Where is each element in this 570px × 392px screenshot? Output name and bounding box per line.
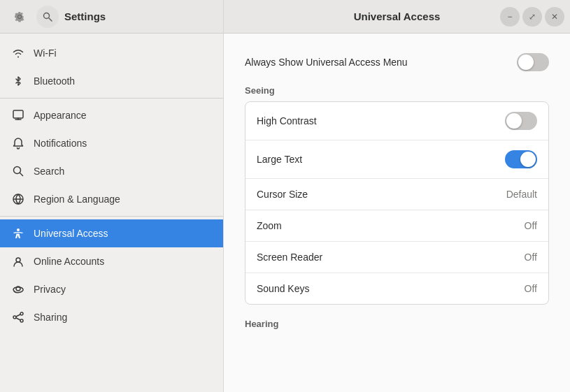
zoom-row[interactable]: Zoom Off [245,210,548,242]
close-button[interactable]: ✕ [545,7,564,27]
sound-keys-row[interactable]: Sound Keys Off [245,273,548,304]
high-contrast-toggle[interactable] [505,112,537,130]
sidebar: Settings Wi-Fi Bluetooth [0,0,224,392]
sidebar-item-appearance[interactable]: Appearance [0,101,223,129]
content-area: Universal Access − ⤢ ✕ Always Show Unive… [224,0,570,392]
sidebar-item-wifi[interactable]: Wi-Fi [0,39,223,67]
high-contrast-label: High Contrast [257,115,317,126]
universal-access-icon [11,226,25,240]
svg-point-0 [44,13,50,18]
sidebar-item-privacy[interactable]: Privacy [0,275,223,303]
sidebar-item-region[interactable]: Region & Language [0,185,223,213]
sidebar-item-appearance-label: Appearance [34,110,87,121]
sidebar-title: Settings [64,10,106,22]
appearance-icon [11,108,25,122]
sidebar-item-search-label: Search [34,166,64,177]
sidebar-item-sharing-label: Sharing [34,312,67,323]
gear-button[interactable] [8,6,31,28]
svg-line-13 [16,318,20,320]
svg-line-12 [16,314,20,317]
high-contrast-row: High Contrast [245,102,548,140]
window-controls: − ⤢ ✕ [500,7,564,27]
bluetooth-icon [11,74,25,88]
svg-line-1 [49,18,52,21]
notifications-icon [11,136,25,150]
sidebar-item-sharing[interactable]: Sharing [0,303,223,331]
sidebar-item-bluetooth-label: Bluetooth [34,75,75,87]
search-button[interactable] [36,6,59,28]
sidebar-item-notifications-label: Notifications [34,138,87,149]
large-text-toggle[interactable] [505,150,537,168]
svg-line-4 [20,173,23,176]
always-show-row: Always Show Universal Access Menu [245,48,549,82]
sidebar-item-online-accounts[interactable]: Online Accounts [0,247,223,275]
content-header: Universal Access − ⤢ ✕ [224,0,570,34]
sidebar-separator-1 [0,98,223,99]
sidebar-item-universal-access-label: Universal Access [34,228,108,239]
high-contrast-toggle-knob [506,113,522,129]
sound-keys-label: Sound Keys [257,283,310,294]
sidebar-item-universal-access[interactable]: Universal Access [0,219,223,247]
minimize-button[interactable]: − [500,7,520,27]
hearing-heading: Hearing [245,319,549,329]
sidebar-header: Settings [0,0,223,34]
svg-point-7 [16,258,20,262]
search-icon [11,164,25,178]
cursor-size-label: Cursor Size [257,189,308,200]
seeing-settings-group: High Contrast Large Text Cursor Size Def… [245,101,549,305]
cursor-size-value: Default [506,189,537,200]
large-text-toggle-knob [520,152,536,167]
sidebar-item-online-accounts-label: Online Accounts [34,256,104,267]
always-show-toggle[interactable] [517,53,549,71]
sidebar-separator-2 [0,216,223,217]
sidebar-item-bluetooth[interactable]: Bluetooth [0,67,223,95]
sidebar-item-region-label: Region & Language [34,194,120,205]
sound-keys-value: Off [525,283,537,294]
sharing-icon [11,310,25,324]
online-accounts-icon [11,254,25,268]
content-body: Always Show Universal Access Menu Seeing… [224,34,570,392]
screen-reader-label: Screen Reader [257,252,322,263]
cursor-size-row[interactable]: Cursor Size Default [245,179,548,210]
screen-reader-row[interactable]: Screen Reader Off [245,242,548,273]
privacy-icon [11,282,25,296]
sidebar-item-notifications[interactable]: Notifications [0,129,223,157]
svg-rect-2 [13,110,23,118]
screen-reader-value: Off [525,252,537,263]
seeing-heading: Seeing [245,85,549,96]
wifi-icon [11,46,25,60]
restore-button[interactable]: ⤢ [522,7,542,27]
content-title: Universal Access [354,10,441,22]
zoom-value: Off [525,220,537,231]
large-text-label: Large Text [257,154,302,165]
region-icon [11,192,25,206]
large-text-row: Large Text [245,140,548,179]
sidebar-list: Wi-Fi Bluetooth Appearance [0,34,223,392]
sidebar-item-privacy-label: Privacy [34,284,66,295]
svg-point-6 [17,228,20,231]
zoom-label: Zoom [257,220,282,231]
sidebar-item-search[interactable]: Search [0,157,223,185]
sidebar-item-wifi-label: Wi-Fi [34,48,57,59]
always-show-label: Always Show Universal Access Menu [245,57,408,68]
always-show-toggle-knob [518,55,534,70]
